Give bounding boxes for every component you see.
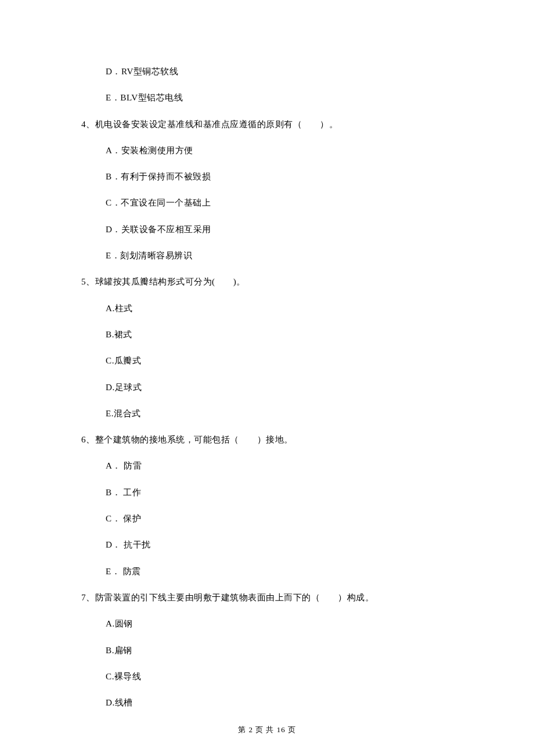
q5-option-a: A.柱式 [81, 302, 453, 315]
q6-option-a: A． 防雷 [81, 459, 453, 473]
q4-option-c: C．不宜设在同一个基础上 [81, 196, 453, 210]
q6-option-b: B． 工作 [81, 486, 453, 499]
question-5: 5、球罐按其瓜瓣结构形式可分为( )。 [81, 275, 453, 289]
question-6: 6、整个建筑物的接地系统，可能包括（ ）接地。 [81, 433, 453, 447]
q6-option-d: D． 抗干扰 [81, 538, 453, 552]
q7-option-c: C.裸导线 [81, 670, 453, 683]
q7-option-d: D.线槽 [81, 696, 453, 710]
question-7: 7、防雷装置的引下线主要由明敷于建筑物表面由上而下的（ ）构成。 [81, 591, 453, 604]
q4-option-e: E．刻划清晰容易辨识 [81, 249, 453, 262]
q5-option-c: C.瓜瓣式 [81, 354, 453, 368]
q6-option-e: E． 防震 [81, 565, 453, 578]
q4-option-a: A．安装检测使用方便 [81, 144, 453, 157]
q6-option-c: C． 保护 [81, 512, 453, 525]
q4-option-d: D．关联设备不应相互采用 [81, 223, 453, 236]
question-4: 4、机电设备安装设定基准线和基准点应遵循的原则有（ ）。 [81, 118, 453, 131]
q7-option-a: A.圆钢 [81, 617, 453, 631]
prev-option-e: E．BLV型铝芯电线 [81, 91, 453, 105]
q5-option-e: E.混合式 [81, 407, 453, 420]
q4-option-b: B．有利于保持而不被毁损 [81, 170, 453, 183]
page-footer: 第 2 页 共 16 页 [0, 725, 534, 735]
document-content: D．RV型铜芯软线 E．BLV型铝芯电线 4、机电设备安装设定基准线和基准点应遵… [0, 0, 534, 710]
q5-option-d: D.足球式 [81, 381, 453, 394]
q5-option-b: B.裙式 [81, 328, 453, 341]
prev-option-d: D．RV型铜芯软线 [81, 65, 453, 78]
q7-option-b: B.扁钢 [81, 644, 453, 657]
